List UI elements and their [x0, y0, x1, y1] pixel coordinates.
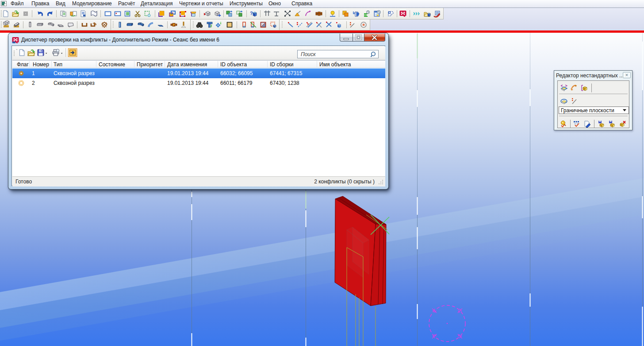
- svg-text:?: ?: [250, 11, 253, 16]
